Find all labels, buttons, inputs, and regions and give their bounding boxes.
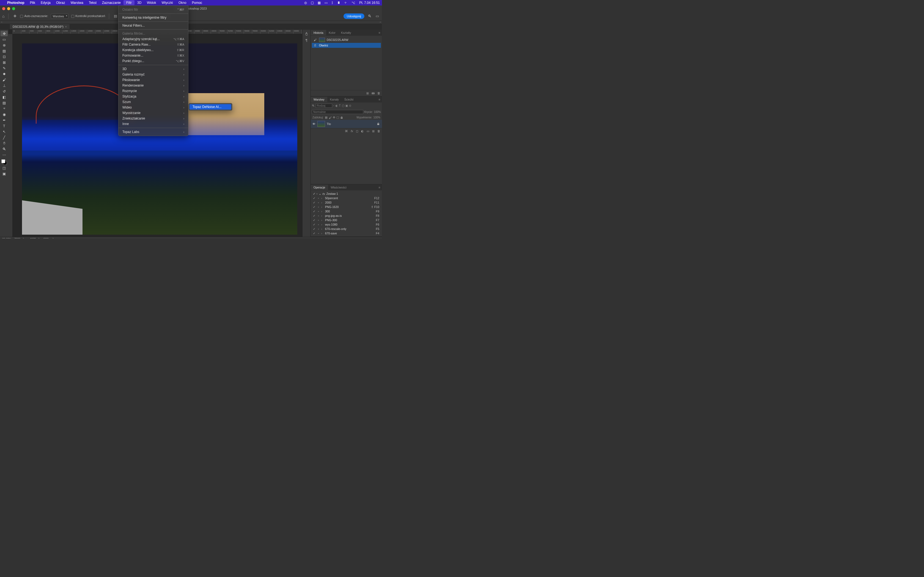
text-tool[interactable]: T (0, 123, 8, 129)
filter-text-icon[interactable]: T (339, 104, 341, 107)
transform-controls-checkbox[interactable] (71, 15, 74, 18)
group-icon[interactable]: ▭ (367, 129, 369, 133)
filter-adjust-icon[interactable]: ◐ (336, 104, 338, 107)
action-item[interactable]: ✓▫›300F9 (312, 209, 381, 213)
menu-topaz-denoise[interactable]: Topaz DeNoise AI... (189, 104, 231, 110)
ruler-vertical[interactable] (8, 34, 13, 237)
history-brush-tool[interactable]: ↺ (0, 89, 8, 94)
tab-historia[interactable]: Historia (311, 30, 326, 35)
tab-ksztalty[interactable]: Kształty (338, 30, 354, 35)
adjustment-icon[interactable]: ◐ (361, 129, 364, 133)
menu-pomoc[interactable]: Pomoc (189, 0, 205, 5)
close-tab-icon[interactable]: × (65, 25, 67, 28)
menu-sub-renderowanie[interactable]: Renderowanie› (118, 83, 188, 88)
menu-wtyczki[interactable]: Wtyczki (159, 0, 176, 5)
gradient-tool[interactable]: ▨ (0, 100, 8, 105)
action-item[interactable]: ✓▫›PNG-1620⇧ F10 (312, 205, 381, 209)
action-item[interactable]: ✓▫›50percentF12 (312, 196, 381, 200)
screen-mode-tool[interactable]: ▣ (0, 171, 8, 176)
search-icon[interactable]: 🔍︎ (367, 14, 372, 19)
hand-tool[interactable]: ✋︎ (0, 140, 8, 146)
auto-select-checkbox[interactable] (20, 15, 23, 18)
lock-pixels-icon[interactable]: 🖌︎ (329, 116, 332, 119)
character-panel-icon[interactable]: A̲ (305, 31, 308, 35)
action-item[interactable]: ✓▫›wys-1080F6 (312, 222, 381, 227)
filter-shape-icon[interactable]: ▢ (342, 104, 344, 107)
opacity-value[interactable]: 100% (374, 110, 381, 113)
menu-okno[interactable]: Okno (176, 0, 189, 5)
move-tool-icon[interactable]: ✥ (12, 14, 17, 19)
wifi-icon[interactable]: ᯤ (344, 1, 347, 5)
doc-dimensions[interactable]: 7008 piks. x 4672 piks. (300 ppi) (14, 238, 54, 239)
tab-operacje[interactable]: Operacje (311, 185, 328, 190)
menu-sub-stylizacja[interactable]: Stylizacja› (118, 94, 188, 99)
menu-neural-filters[interactable]: Neural Filters... (118, 23, 188, 28)
share-button[interactable]: Udostępnij (344, 13, 364, 19)
crop-tool[interactable]: ⊡ (0, 54, 8, 60)
tab-warstwy[interactable]: Warstwy (311, 97, 327, 102)
workspace-icon[interactable]: ▭ (375, 14, 380, 19)
visibility-icon[interactable]: 👁︎ (312, 122, 316, 126)
cc-icon[interactable]: ◎ (304, 1, 307, 5)
menu-vanishing-point[interactable]: Punkt zbiegu...⌥⌘V (118, 58, 188, 64)
paragraph-panel-icon[interactable]: ¶ (305, 38, 307, 42)
auto-select-dropdown[interactable]: Warstwa (51, 14, 68, 19)
menu-edycja[interactable]: Edycja (38, 0, 53, 5)
zoom-level[interactable]: 33,33% (2, 238, 11, 239)
action-item[interactable]: ✓▫›670-rescale-onlyF5 (312, 227, 381, 231)
collapse-right-icon[interactable]: » (380, 21, 381, 24)
menu-widok[interactable]: Widok (144, 0, 159, 5)
menu-sub-inne[interactable]: Inne› (118, 121, 188, 127)
menu-tekst[interactable]: Tekst (86, 0, 99, 5)
trash-icon[interactable]: 🗑︎ (377, 92, 380, 95)
history-snapshot[interactable]: 🖌︎ DSC02225.ARW (312, 37, 381, 43)
clock[interactable]: Pt. 7.04 16:51 (359, 1, 380, 5)
menu-liquify[interactable]: Formowanie...⇧⌘X (118, 53, 188, 58)
history-step[interactable]: 📄︎ Otwórz (312, 43, 381, 48)
lock-position-icon[interactable]: ✥ (333, 116, 335, 119)
battery-icon[interactable]: 🔋︎ (337, 1, 341, 5)
brush-tool[interactable]: 🖌︎ (0, 77, 8, 82)
fx-icon[interactable]: fx (351, 129, 353, 133)
menu-plik[interactable]: Plik (27, 0, 38, 5)
layer-lock-icon[interactable]: 🔒︎ (377, 122, 381, 126)
object-select-tool[interactable]: ▨ (0, 48, 8, 53)
lasso-tool[interactable]: ⊗ (0, 42, 8, 48)
action-item[interactable]: ✓▫›png-jpg-as-isF8 (312, 213, 381, 218)
path-select-tool[interactable]: ↖ (0, 129, 8, 134)
menu-filtr[interactable]: Filtr (123, 0, 134, 5)
close-window[interactable] (2, 7, 5, 10)
menu-sub-wideo[interactable]: Wideo› (118, 105, 188, 110)
minimize-window[interactable] (7, 7, 10, 10)
delete-layer-icon[interactable]: 🗑︎ (377, 129, 380, 133)
menu-convert-smart[interactable]: Konwertuj na inteligentne filtry (118, 15, 188, 20)
eraser-tool[interactable]: ◧ (0, 94, 8, 100)
zoom-tool[interactable]: 🔍︎ (0, 146, 8, 152)
menu-warstwa[interactable]: Warstwa (68, 0, 86, 5)
history-panel-menu[interactable]: ≡ (377, 31, 382, 34)
action-item[interactable]: ✓▫›PNG-300F7 (312, 218, 381, 222)
menu-topaz-labs[interactable]: Topaz Labs› (118, 129, 188, 135)
blend-mode-select[interactable]: Normalnie (312, 110, 363, 114)
link-layers-icon[interactable]: ⌘ (345, 129, 348, 133)
action-item[interactable]: ✓▫›2000F11 (312, 200, 381, 205)
layer-row[interactable]: 👁︎ Tło 🔒︎ (311, 120, 382, 128)
menu-adaptive-wide[interactable]: Adaptacyjny szeroki kąt...⌥⇧⌘A (118, 36, 188, 42)
filter-smart-icon[interactable]: ▣ (346, 104, 348, 107)
document-tab[interactable]: DSC02225.ARW @ 33,3% (RGB/16*) × (10, 24, 69, 29)
control-center-icon[interactable]: ⌥ (351, 1, 355, 5)
camera-snapshot-icon[interactable]: 📷︎ (372, 92, 375, 95)
filter-toggle[interactable]: ⊙ (349, 104, 351, 107)
menu-sub-zniekształcanie[interactable]: Zniekształcanie› (118, 116, 188, 121)
layers-panel-menu[interactable]: ≡ (377, 98, 382, 101)
shape-tool[interactable]: ╱ (0, 135, 8, 140)
eyedropper-tool[interactable]: ✎ (0, 65, 8, 71)
fill-value[interactable]: 100% (373, 116, 380, 119)
menu-sub-wyostrzanie[interactable]: Wyostrzanie› (118, 110, 188, 116)
new-layer-icon[interactable]: ⊞ (372, 129, 375, 133)
mask-icon[interactable]: ◻ (356, 129, 358, 133)
lock-transparency-icon[interactable]: ▦ (325, 116, 328, 119)
bluetooth-icon[interactable]: ᛒ (331, 1, 333, 5)
action-item[interactable]: ✓▫›670-saveF4 (312, 231, 381, 235)
menu-sub-pikslowanie[interactable]: Pikslowanie› (118, 77, 188, 83)
